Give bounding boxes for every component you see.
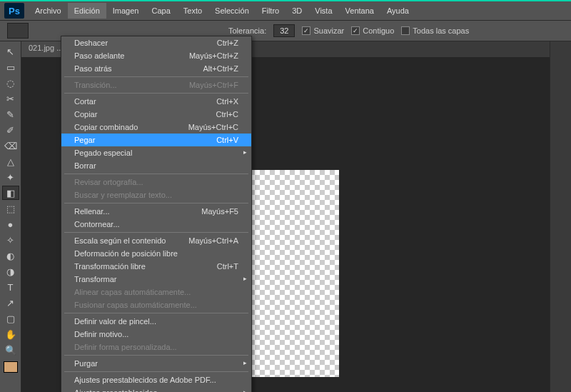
- shortcut-label: Mayús+Ctrl+Z: [189, 51, 238, 60]
- menu-ventana[interactable]: Ventana: [339, 3, 380, 19]
- tool-icon[interactable]: ⌫: [2, 139, 19, 153]
- shortcut-label: Ctrl+T: [217, 262, 238, 271]
- menu-item-deshacer[interactable]: DeshacerCtrl+Z: [61, 36, 251, 49]
- menu-item-revisar-ortograf-a-: Revisar ortografía...: [61, 176, 251, 189]
- shortcut-label: Mayús+Ctrl+F: [189, 81, 238, 89]
- menu-edición[interactable]: Edición: [68, 3, 106, 19]
- menu-separator: [64, 232, 248, 233]
- tool-icon[interactable]: ◐: [2, 248, 19, 263]
- menu-item-definir-valor-de-pincel-[interactable]: Definir valor de pincel...: [61, 315, 251, 328]
- tool-icon[interactable]: ↗: [2, 296, 19, 310]
- tool-icon[interactable]: ⬚: [2, 201, 19, 216]
- menu-filtro[interactable]: Filtro: [256, 3, 286, 19]
- menu-separator: [64, 313, 248, 313]
- menu-3d[interactable]: 3D: [286, 3, 308, 19]
- tool-icon[interactable]: ✦: [2, 170, 19, 184]
- menu-item-borrar[interactable]: Borrar: [61, 159, 251, 172]
- all-layers-checkbox[interactable]: Todas las capas: [401, 26, 469, 35]
- menu-item-fusionar-capas-autom-ticamente-: Fusionar capas automáticamente...: [61, 298, 251, 311]
- menu-separator: [64, 355, 248, 356]
- menu-item-deformaci-n-de-posici-n-libre[interactable]: Deformación de posición libre: [61, 247, 251, 260]
- menu-separator: [64, 371, 248, 372]
- tool-preset-picker[interactable]: [7, 23, 29, 39]
- tolerance-label: Tolerancia:: [228, 26, 266, 35]
- photoshop-logo-icon: Ps: [4, 3, 24, 19]
- tool-icon[interactable]: ✧: [2, 233, 19, 247]
- tool-icon[interactable]: ●: [2, 217, 19, 231]
- menu-item-cortar[interactable]: CortarCtrl+X: [61, 95, 251, 108]
- menu-item-definir-forma-personalizada-: Definir forma personalizada...: [61, 341, 251, 353]
- menu-separator: [64, 174, 248, 174]
- shortcut-label: Ctrl+V: [216, 136, 238, 144]
- menu-item-contornear-[interactable]: Contornear...: [61, 218, 251, 231]
- toolbox: ↖▭◌✂✎✐⌫△✦◧⬚●✧◐◑T↗▢✋🔍: [0, 41, 21, 392]
- edit-menu-dropdown: DeshacerCtrl+ZPaso adelanteMayús+Ctrl+ZP…: [61, 36, 252, 392]
- tool-icon[interactable]: ↖: [2, 44, 19, 59]
- menu-ayuda[interactable]: Ayuda: [380, 3, 415, 19]
- menu-item-purgar[interactable]: Purgar: [61, 357, 251, 370]
- menu-item-escala-seg-n-el-contenido[interactable]: Escala según el contenidoMayús+Ctrl+A: [61, 234, 251, 247]
- tolerance-input[interactable]: 32: [273, 24, 295, 37]
- menu-separator: [64, 93, 248, 94]
- tool-icon[interactable]: ▢: [2, 311, 19, 326]
- menu-item-transformaci-n-libre[interactable]: Transformación libreCtrl+T: [61, 260, 251, 273]
- foreground-color-swatch[interactable]: [4, 361, 18, 373]
- menu-item-transformar[interactable]: Transformar: [61, 273, 251, 286]
- menu-separator: [64, 203, 248, 203]
- menu-item-rellenar-[interactable]: Rellenar...Mayús+F5: [61, 205, 251, 218]
- panels-dock[interactable]: [550, 41, 571, 392]
- shortcut-label: Ctrl+X: [216, 97, 238, 106]
- tool-icon[interactable]: T: [2, 280, 19, 294]
- antialias-checkbox[interactable]: ✓Suavizar: [302, 26, 344, 35]
- menu-item-copiar[interactable]: CopiarCtrl+C: [61, 108, 251, 121]
- tool-icon[interactable]: ✐: [2, 123, 19, 137]
- menu-item-buscar-y-reemplazar-texto-: Buscar y reemplazar texto...: [61, 189, 251, 201]
- tool-icon[interactable]: ◧: [2, 186, 19, 200]
- shortcut-label: Mayús+F5: [201, 207, 238, 216]
- menu-texto[interactable]: Texto: [177, 3, 208, 19]
- tool-icon[interactable]: ◌: [2, 76, 19, 90]
- shortcut-label: Ctrl+Z: [217, 39, 238, 47]
- menu-item-alinear-capas-autom-ticamente-: Alinear capas automáticamente...: [61, 286, 251, 298]
- menu-item-pegado-especial[interactable]: Pegado especial: [61, 146, 251, 159]
- menu-item-paso-adelante[interactable]: Paso adelanteMayús+Ctrl+Z: [61, 49, 251, 62]
- contiguous-checkbox[interactable]: ✓Contiguo: [351, 26, 394, 35]
- tool-icon[interactable]: ▭: [2, 60, 19, 74]
- menu-vista[interactable]: Vista: [308, 3, 338, 19]
- tool-icon[interactable]: ✂: [2, 91, 19, 106]
- tool-icon[interactable]: ◑: [2, 264, 19, 278]
- shortcut-label: Alt+Ctrl+Z: [203, 64, 238, 73]
- menu-item-definir-motivo-[interactable]: Definir motivo...: [61, 328, 251, 341]
- shortcut-label: Ctrl+C: [216, 110, 238, 119]
- menu-item-pegar[interactable]: PegarCtrl+V: [61, 134, 251, 146]
- menu-item-ajustes-preestablecidos[interactable]: Ajustes preestablecidos: [61, 386, 251, 392]
- menu-selección[interactable]: Selección: [208, 3, 256, 19]
- menu-capa[interactable]: Capa: [145, 3, 176, 19]
- menu-separator: [64, 76, 248, 77]
- tool-icon[interactable]: 🔍: [2, 343, 19, 357]
- tool-icon[interactable]: △: [2, 154, 19, 169]
- menu-bar: ArchivoEdiciónImagenCapaTextoSelecciónFi…: [29, 3, 415, 19]
- tool-icon[interactable]: ✋: [2, 327, 19, 341]
- menu-item-transici-n-: Transición...Mayús+Ctrl+F: [61, 79, 251, 91]
- menu-imagen[interactable]: Imagen: [106, 3, 146, 19]
- menu-item-ajustes-preestablecidos-de-adobe-pdf-[interactable]: Ajustes preestablecidos de Adobe PDF...: [61, 373, 251, 386]
- shortcut-label: Mayús+Ctrl+C: [188, 123, 238, 131]
- shortcut-label: Mayús+Ctrl+A: [188, 236, 238, 245]
- title-bar: Ps ArchivoEdiciónImagenCapaTextoSelecció…: [0, 0, 571, 20]
- menu-item-copiar-combinado[interactable]: Copiar combinadoMayús+Ctrl+C: [61, 121, 251, 134]
- menu-archivo[interactable]: Archivo: [29, 3, 68, 19]
- tool-icon[interactable]: ✎: [2, 107, 19, 121]
- menu-item-paso-atr-s[interactable]: Paso atrásAlt+Ctrl+Z: [61, 62, 251, 75]
